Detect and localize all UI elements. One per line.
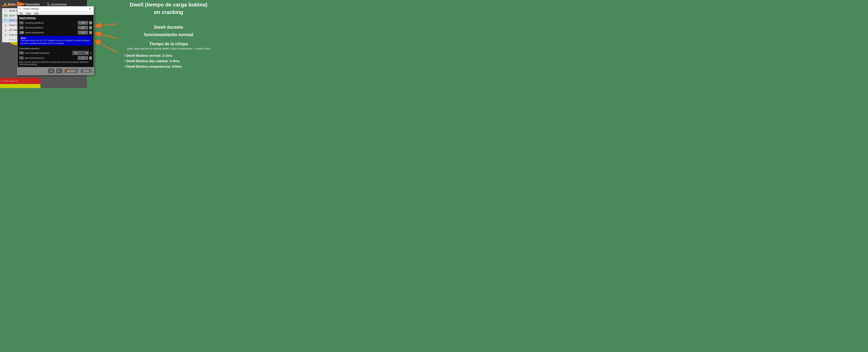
accessories-icon: 🔧 xyxy=(47,2,50,6)
dialog-content: Dwell Settings 🔧 Cranking dwell(ms) ▲ ▼ … xyxy=(18,15,94,67)
throttle-bar: 0 Throttle Position (%) xyxy=(0,78,40,84)
svg-line-19 xyxy=(93,39,117,52)
dialog-menu-help[interactable]: Help xyxy=(34,12,39,14)
close-label: Close xyxy=(83,70,89,72)
throttle-label: Throttle Position (%) xyxy=(3,80,18,82)
spark-duration-row: 🔧? Spark duration(ms) ▲ ▼ xyxy=(19,31,92,34)
svg-line-17 xyxy=(93,24,117,26)
dialog-close-button[interactable]: ✕ xyxy=(88,7,92,10)
app-area: ⚡ Spark ⊘ Startup/Idle 🔧 Accessories 60 … xyxy=(0,0,87,88)
tab-accessories-label: Accessories xyxy=(51,3,67,6)
cranking-dwell-value[interactable] xyxy=(78,21,88,25)
rotary-ignition-icon xyxy=(4,38,7,41)
annotation-title2: en cracking xyxy=(124,9,213,15)
iat-retard-icon: ||| xyxy=(4,29,7,32)
spark-duration-spinner: ▲ ▼ xyxy=(89,31,92,34)
annotation-sub3-note: (dato para calcular el máximo dwell a al… xyxy=(124,47,213,50)
burn-label: Burn xyxy=(71,70,75,72)
yellow-bar xyxy=(0,84,40,88)
dialog-title-icon: 🔧 xyxy=(19,7,22,10)
running-dwell-icon: 🔧 xyxy=(19,26,24,29)
annotation-title1: Dwell (tiempo de carga bobina) xyxy=(124,2,213,8)
startup-icon: ⊘ xyxy=(22,2,24,6)
running-dwell-label: Running dwell(ms) xyxy=(25,27,76,29)
max-dwell-value[interactable] xyxy=(78,56,88,60)
cranking-dwell-down[interactable]: ▼ xyxy=(89,23,92,25)
dialog-footer: ◄ ► 🔥 Burn Close xyxy=(18,67,94,75)
running-dwell-down[interactable]: ▼ xyxy=(89,28,92,29)
tab-spark[interactable]: ⚡ Spark xyxy=(0,0,19,8)
cranking-dwell-icon: 🔧 xyxy=(19,21,24,25)
use-overdwell-select[interactable]: On Off xyxy=(72,51,89,55)
dialog-menu-view[interactable]: View xyxy=(26,12,31,14)
cranking-dwell-label: Cranking dwell(ms) xyxy=(25,22,76,24)
running-dwell-spinner: ▲ ▼ xyxy=(89,26,92,29)
annotation-sub1: Dwell durante xyxy=(124,25,213,30)
spark-duration-down[interactable]: ▼ xyxy=(89,33,92,34)
dialog-title: 🔧 Dwell Settings xyxy=(19,7,39,10)
tab-startup-label: Startup/Idle xyxy=(26,3,40,6)
spark-duration-label: Spark duration(ms) xyxy=(25,31,76,34)
use-overdwell-icon: 🔧 xyxy=(19,51,24,55)
max-dwell-icon: 🔧 xyxy=(19,56,24,60)
back-button[interactable]: ◄ xyxy=(48,68,54,73)
tab-spark-label: Spark xyxy=(8,3,15,6)
bullet-3: Dwell Bobina competencia: 4-6ms xyxy=(124,64,213,69)
max-dwell-up[interactable]: ▲ xyxy=(89,56,92,58)
dwell-settings-dialog: 🔧 Dwell Settings ✕ File View Help Dwell … xyxy=(17,6,94,75)
spark-duration-up[interactable]: ▲ xyxy=(89,31,92,33)
forward-button[interactable]: ► xyxy=(56,68,62,73)
cold-advance-icon: ||| xyxy=(4,34,7,36)
cranking-dwell-row: 🔧 Cranking dwell(ms) ▲ ▼ xyxy=(19,21,92,25)
use-overdwell-label: Use Overdwell protection xyxy=(25,52,71,54)
note-section: Note The above times are for 12V. Voltag… xyxy=(19,36,92,46)
spark-duration-icon: 🔧? xyxy=(19,31,24,34)
burn-button[interactable]: 🔥 Burn xyxy=(64,68,79,73)
running-dwell-up[interactable]: ▲ xyxy=(89,26,92,28)
dialog-menubar: File View Help xyxy=(18,11,94,15)
overdwell-dropdown-arrow: ▼ xyxy=(90,52,92,54)
forward-icon: ► xyxy=(58,69,61,72)
spark-duration-value[interactable] xyxy=(78,31,88,34)
note-title: Note xyxy=(21,37,90,39)
cranking-dwell-spinner: ▲ ▼ xyxy=(89,21,92,25)
close-button[interactable]: Close xyxy=(80,69,92,73)
note-text: The above times are for 12V. Voltage cor… xyxy=(21,39,90,45)
max-dwell-down[interactable]: ▼ xyxy=(89,58,92,60)
overdwell-note: Note: Set the maximum dwell time at leas… xyxy=(19,61,92,65)
running-dwell-value[interactable] xyxy=(78,26,88,30)
throttle-value: 0 xyxy=(1,80,2,82)
dialog-title-text: Dwell Settings xyxy=(24,7,39,10)
annotation-area: Dwell (tiempo de carga bobina) en cracki… xyxy=(120,0,217,88)
dwell-compensation-icon: ||| xyxy=(4,24,7,27)
max-dwell-row: 🔧 Max dwell time(ms) ▲ ▼ xyxy=(19,56,92,60)
spark-table-icon xyxy=(4,14,7,17)
dwell-settings-icon: 🔧 xyxy=(4,19,7,22)
svg-line-18 xyxy=(93,33,117,38)
spark-icon: ⚡ xyxy=(3,2,7,6)
annotation-sub2: funcionamiento normal xyxy=(124,32,213,37)
bullet-1: Dwell Bobina normal: 2-3ms xyxy=(124,53,213,58)
spark-help-icon[interactable]: ? xyxy=(22,31,24,34)
burn-icon: 🔥 xyxy=(67,69,70,72)
cranking-dwell-up[interactable]: ▲ xyxy=(89,21,92,23)
back-icon: ◄ xyxy=(50,69,53,72)
use-overdwell-row: 🔧 Use Overdwell protection On Off ▼ xyxy=(19,51,92,55)
annotation-sub3: Tiempo de la chispa xyxy=(124,41,213,46)
running-dwell-row: 🔧 Running dwell(ms) ▲ ▼ xyxy=(19,26,92,30)
overdwell-section: Overdwell protection 🔧 Use Overdwell pro… xyxy=(19,47,92,65)
spark-settings-icon: ⚙ xyxy=(4,9,7,12)
max-dwell-label: Max dwell time(ms) xyxy=(25,57,76,59)
bullet-2: Dwell Bobina alta calidad: 3-4ms xyxy=(124,58,213,64)
overdwell-title: Overdwell protection xyxy=(19,47,92,50)
bullet-list: Dwell Bobina normal: 2-3ms Dwell Bobina … xyxy=(124,53,213,69)
max-dwell-spinner: ▲ ▼ xyxy=(89,56,92,60)
dialog-titlebar: 🔧 Dwell Settings ✕ xyxy=(18,6,94,11)
section-header: Dwell Settings xyxy=(19,16,92,20)
dialog-menu-file[interactable]: File xyxy=(19,12,23,14)
status-bars: 0 Throttle Position (%) xyxy=(0,78,40,88)
